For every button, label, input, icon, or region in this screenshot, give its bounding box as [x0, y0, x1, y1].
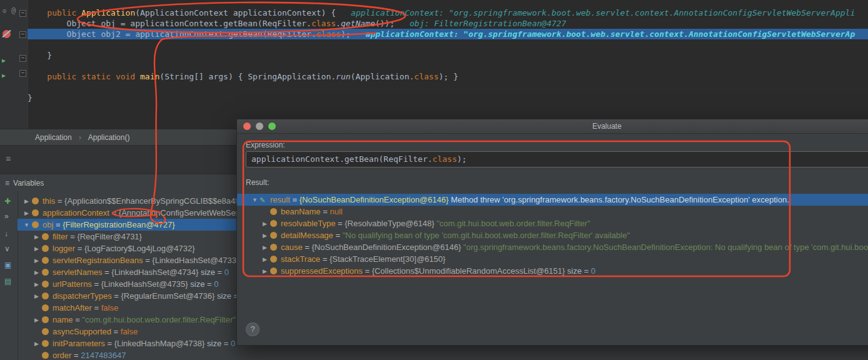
- gutter-marker-icon[interactable]: ⊙: [3, 8, 7, 14]
- result-row[interactable]: beanName = null: [246, 206, 868, 218]
- code-fold-icon[interactable]: −: [19, 31, 26, 38]
- variable-row[interactable]: ▶name = "com.git.hui.boot.web.order.filt…: [18, 314, 236, 326]
- frames-view-icon[interactable]: ▣: [4, 261, 11, 269]
- variables-tab-icon: ≡: [5, 179, 9, 188]
- debugger-inline-hint: applicationContext: "org.springframework…: [351, 8, 855, 18]
- console-view-icon[interactable]: ▤: [4, 278, 11, 285]
- gutter-marker-icon[interactable]: @: [11, 8, 16, 14]
- tab-label: Variables: [13, 179, 44, 188]
- variable-value: = false: [111, 327, 138, 336]
- breadcrumb-separator-icon: ›: [79, 133, 81, 142]
- run-gutter-icon[interactable]: ▶: [2, 58, 6, 64]
- code-fold-icon[interactable]: −: [19, 55, 26, 62]
- add-watch-icon[interactable]: ✚: [4, 198, 11, 205]
- field-icon: [42, 281, 49, 288]
- chevron-right-icon[interactable]: ▶: [261, 242, 269, 253]
- help-button[interactable]: ?: [246, 322, 260, 336]
- variable-row[interactable]: ▶filter = {ReqFilter@4731}: [18, 231, 236, 242]
- variable-row[interactable]: ▶urlPatterns = {LinkedHashSet@4735} size…: [18, 278, 236, 290]
- code-lines: public Application(ApplicationContext ap…: [28, 8, 868, 103]
- minimize-icon[interactable]: [256, 122, 263, 130]
- dialog-titlebar[interactable]: Evaluate: [237, 119, 868, 134]
- collapse-icon[interactable]: ∨: [4, 245, 10, 252]
- chevron-right-icon[interactable]: ▶: [33, 291, 41, 302]
- variable-row[interactable]: ▶servletRegistrationBeans = {LinkedHashS…: [18, 254, 236, 266]
- chevron-right-icon[interactable]: ▶: [261, 230, 269, 241]
- tab-variables[interactable]: ≡Variables: [0, 174, 50, 192]
- result-row[interactable]: ▶stackTrace = {StackTraceElement[30]@615…: [246, 253, 868, 265]
- evaluate-dialog[interactable]: Evaluate Expression: applicationContext.…: [236, 119, 868, 346]
- chevron-right-icon[interactable]: ▶: [33, 314, 41, 326]
- variable-value: = "com.git.hui.boot.web.order.filter.Req…: [73, 315, 236, 324]
- variable-row[interactable]: ▶this = {Application$$EnhancerBySpringCG…: [18, 195, 236, 207]
- chevron-right-icon[interactable]: ▶: [23, 208, 31, 219]
- dialog-title: Evaluate: [237, 119, 868, 133]
- variable-row[interactable]: asyncSupported = false: [18, 326, 236, 338]
- code-editor[interactable]: ⊙ @ ▶ ▶ − − − − public Application(Appli…: [0, 0, 868, 129]
- chevron-right-icon[interactable]: ▶: [261, 254, 269, 265]
- chevron-right-icon[interactable]: ▶: [33, 231, 41, 242]
- layout-settings-icon[interactable]: ≡: [6, 154, 11, 163]
- code-line: [28, 39, 868, 50]
- code-line: [28, 61, 868, 71]
- code-fold-icon[interactable]: −: [19, 70, 26, 77]
- close-icon[interactable]: [243, 122, 251, 130]
- variable-value: = {LinkedHashSet@4734} size = 0: [102, 268, 229, 277]
- result-label: Result:: [246, 178, 868, 188]
- field-icon: [32, 221, 39, 228]
- chevron-down-icon[interactable]: ▼: [251, 194, 259, 206]
- variable-row[interactable]: order = 2147483647: [18, 349, 236, 360]
- chevron-down-icon[interactable]: ▼: [23, 219, 31, 231]
- variable-value: = {LinkedHashSet@4733} size = 1: [143, 256, 236, 265]
- chevron-right-icon[interactable]: ▶: [23, 196, 31, 207]
- variable-row[interactable]: ▶applicationContext = {AnnotationConfigS…: [18, 207, 236, 219]
- breadcrumb-item-method[interactable]: Application(): [88, 133, 130, 142]
- result-row[interactable]: ▶cause = {NoSuchBeanDefinitionException@…: [246, 241, 868, 253]
- step-arrow-icon[interactable]: ↓: [4, 230, 8, 238]
- result-tree[interactable]: ▼✎result = {NoSuchBeanDefinitionExceptio…: [237, 194, 868, 277]
- field-icon: [42, 316, 49, 323]
- variables-panel[interactable]: ▶this = {Application$$EnhancerBySpringCG…: [18, 191, 236, 360]
- field-icon: [32, 198, 39, 204]
- variable-value: = {ReqFilter@4731}: [68, 232, 142, 241]
- chevron-right-icon[interactable]: ▶: [261, 266, 269, 277]
- variable-value: = {LinkedHashSet@4735} size = 0: [92, 279, 219, 289]
- variable-row[interactable]: ▶initParameters = {LinkedHashMap@4738} s…: [18, 338, 236, 349]
- chevron-right-icon[interactable]: ▶: [33, 279, 41, 290]
- variable-row[interactable]: ▶dispatcherTypes = {RegularEnumSet@4736}…: [18, 290, 236, 302]
- variable-row-selected[interactable]: ▼obj = {FilterRegistrationBean@4727}: [18, 219, 236, 231]
- variable-value: = 2147483647: [71, 351, 126, 360]
- result-row[interactable]: ▶suppressedExceptions = {Collections$Unm…: [246, 265, 868, 277]
- zoom-icon[interactable]: [268, 122, 276, 130]
- chevron-right-icon[interactable]: ▶: [33, 243, 41, 254]
- code-text: public Application(ApplicationContext ap…: [28, 8, 336, 18]
- variable-row[interactable]: matchAfter = false: [18, 302, 236, 314]
- dialog-body: Expression: applicationContext.getBean(R…: [237, 134, 868, 277]
- result-row[interactable]: ▶resolvableType = {ResolvableType@6148} …: [246, 218, 868, 229]
- chevron-right-icon[interactable]: ▶: [33, 255, 41, 266]
- field-icon: [270, 232, 277, 239]
- chevron-right-icon[interactable]: ▶: [33, 267, 41, 278]
- expression-input[interactable]: applicationContext.getBean(ReqFilter.cla…: [246, 151, 868, 168]
- navigate-icon[interactable]: »: [4, 212, 9, 220]
- current-execution-line: Object obj2 = applicationContext.getBean…: [28, 29, 868, 39]
- chevron-right-icon[interactable]: ▶: [261, 218, 269, 229]
- code-text: }: [28, 93, 33, 102]
- result-row-selected[interactable]: ▼✎result = {NoSuchBeanDefinitionExceptio…: [237, 194, 868, 206]
- debugger-inline-hint: obj: FilterRegistrationBean@4727: [410, 19, 566, 28]
- run-gutter-icon[interactable]: ▶: [2, 72, 6, 79]
- variable-row[interactable]: ▶servletNames = {LinkedHashSet@4734} siz…: [18, 266, 236, 278]
- code-fold-icon[interactable]: −: [19, 10, 26, 17]
- result-row[interactable]: ▶detailMessage = "No qualifying bean of …: [246, 229, 868, 241]
- variable-value: = {LogFactory$Log4jLog@4732}: [75, 244, 194, 253]
- code-line: Object obj = applicationContext.getBean(…: [28, 18, 868, 29]
- code-text: public static void main(String[] args) {…: [28, 72, 458, 81]
- breadcrumb-item-class[interactable]: Application: [35, 133, 72, 142]
- chevron-right-icon[interactable]: ▶: [33, 338, 41, 349]
- field-icon: [270, 244, 277, 251]
- code-line: }: [28, 92, 868, 103]
- result-value: = {NoSuchBeanDefinitionException@6146} M…: [290, 195, 789, 204]
- variable-row[interactable]: ▶logger = {LogFactory$Log4jLog@4732}: [18, 242, 236, 254]
- code-text: Object obj2 = applicationContext.getBean…: [28, 29, 351, 39]
- breakpoint-icon[interactable]: [3, 30, 11, 38]
